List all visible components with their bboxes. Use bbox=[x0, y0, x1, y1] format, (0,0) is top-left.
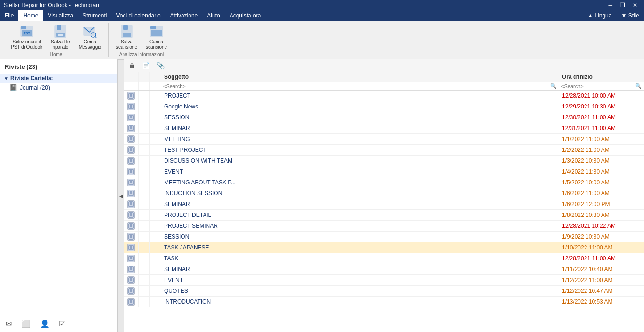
menu-aiuto[interactable]: Aiuto bbox=[202, 10, 224, 21]
title-bar: Stellar Repair for Outlook - Technician … bbox=[0, 0, 644, 10]
main-layout: Riviste (23) ▼ Riviste Cartella: 📓 Journ… bbox=[0, 59, 644, 332]
table-row[interactable]: INTRODUCATION1/13/2022 10:53 AM bbox=[124, 297, 644, 307]
row-attach-cell bbox=[150, 275, 161, 285]
nav-calendar-button[interactable]: ⬜ bbox=[19, 317, 33, 330]
row-subject: SESSION bbox=[161, 232, 559, 242]
row-journal-icon bbox=[127, 298, 135, 306]
row-icon-cell bbox=[124, 101, 139, 112]
footer-nav: ✉ ⬜ 👤 ☑ ··· bbox=[0, 315, 117, 332]
sidebar-item-journal[interactable]: 📓 Journal (20) bbox=[0, 83, 117, 92]
nav-more-button[interactable]: ··· bbox=[73, 318, 83, 330]
row-icon-cell bbox=[124, 112, 139, 123]
search-time-input[interactable] bbox=[561, 83, 635, 89]
restore-button[interactable]: ❒ bbox=[617, 0, 628, 10]
table-row[interactable]: SEMINAR12/31/2021 11:00 AM bbox=[124, 123, 644, 134]
row-journal-icon bbox=[127, 103, 135, 110]
menu-home[interactable]: Home bbox=[18, 10, 43, 21]
table-row[interactable]: PROJECT DETAIL1/8/2022 10:30 AM bbox=[124, 210, 644, 221]
menu-voci-calendario[interactable]: Voci di calendario bbox=[112, 10, 165, 21]
nav-mail-button[interactable]: ✉ bbox=[4, 317, 14, 330]
row-journal-icon bbox=[127, 266, 135, 273]
row-new-cell bbox=[139, 286, 150, 296]
salva-scansione-icon bbox=[119, 24, 134, 39]
table-row[interactable]: TASK12/28/2021 11:00 AM bbox=[124, 253, 644, 264]
table-row[interactable]: QUOTES1/12/2022 10:47 AM bbox=[124, 286, 644, 297]
row-subject: MEETING bbox=[161, 134, 559, 144]
row-start-time: 12/29/2021 10:30 AM bbox=[559, 101, 644, 112]
menu-attivazione[interactable]: Attivazione bbox=[165, 10, 203, 21]
row-journal-icon bbox=[127, 200, 135, 208]
table-row[interactable]: SESSION12/30/2021 11:00 AM bbox=[124, 112, 644, 123]
table-row[interactable]: MEETING1/1/2022 11:00 AM bbox=[124, 134, 644, 145]
row-journal-icon bbox=[127, 233, 135, 241]
nav-tasks-button[interactable]: ☑ bbox=[57, 317, 67, 330]
table-row[interactable]: SESSION1/9/2022 10:30 AM bbox=[124, 232, 644, 242]
table-row[interactable]: SEMINAR1/6/2022 12:00 PM bbox=[124, 199, 644, 210]
row-new-cell bbox=[139, 123, 150, 133]
salva-file-riparato-button[interactable]: Salva fileriparato bbox=[48, 23, 74, 51]
table-row[interactable]: SEMINAR1/11/2022 10:40 AM bbox=[124, 264, 644, 275]
row-start-time: 1/8/2022 10:30 AM bbox=[559, 210, 644, 220]
table-header: Soggetto Ora d'inizio bbox=[124, 72, 644, 82]
row-journal-icon bbox=[127, 244, 135, 251]
menu-strumenti[interactable]: Strumenti bbox=[78, 10, 111, 21]
header-start-time[interactable]: Ora d'inizio bbox=[559, 72, 644, 82]
row-journal-icon bbox=[127, 124, 135, 132]
ribbon-group-home-label: Home bbox=[50, 52, 63, 57]
attach-button[interactable]: 📎 bbox=[154, 60, 167, 71]
sidebar-section-riviste[interactable]: ▼ Riviste Cartella: bbox=[0, 74, 117, 83]
table-row[interactable]: TEST PROJECT1/2/2022 11:00 AM bbox=[124, 145, 644, 156]
table-row[interactable]: PROJECT SEMINAR12/28/2021 10:22 AM bbox=[124, 221, 644, 232]
search-attach-col bbox=[150, 82, 161, 90]
sidebar-collapse-button[interactable]: ◀ bbox=[118, 59, 124, 332]
ribbon-buttons-main: PST Selezionare ilPST di Outlook Salva f… bbox=[8, 23, 105, 51]
table-row[interactable]: TASK JAPANESE1/10/2022 11:00 AM bbox=[124, 242, 644, 253]
table-row[interactable]: MEETING ABOUT TASK P...1/5/2022 10:00 AM bbox=[124, 177, 644, 188]
carica-scansione-button[interactable]: Caricascansione bbox=[142, 23, 170, 51]
row-subject: PROJECT bbox=[161, 91, 559, 101]
table-row[interactable]: DISCUSSION WITH TEAM1/3/2022 10:30 AM bbox=[124, 156, 644, 166]
seleziona-pst-button[interactable]: PST Selezionare ilPST di Outlook bbox=[8, 23, 46, 51]
menu-file[interactable]: File bbox=[0, 10, 18, 21]
menu-visualizza[interactable]: Visualizza bbox=[43, 10, 78, 21]
row-journal-icon bbox=[127, 114, 135, 121]
salva-scansione-label: Salvascansione bbox=[116, 39, 137, 50]
table-row[interactable]: EVENT1/4/2022 11:30 AM bbox=[124, 166, 644, 177]
row-journal-icon bbox=[127, 157, 135, 165]
row-icon-cell bbox=[124, 286, 139, 296]
table-row[interactable]: PROJECT12/28/2021 10:00 AM bbox=[124, 91, 644, 101]
row-new-cell bbox=[139, 264, 150, 274]
header-new-col bbox=[139, 72, 150, 82]
search-subject-input[interactable] bbox=[163, 83, 550, 89]
row-new-cell bbox=[139, 91, 150, 101]
row-journal-icon bbox=[127, 135, 135, 143]
row-subject: SESSION bbox=[161, 112, 559, 123]
row-subject: DISCUSSION WITH TEAM bbox=[161, 156, 559, 166]
nav-people-button[interactable]: 👤 bbox=[38, 317, 51, 330]
delete-button[interactable]: 🗑 bbox=[126, 60, 138, 71]
menu-lingua[interactable]: ▲ Lingua bbox=[583, 10, 616, 21]
close-button[interactable]: ✕ bbox=[630, 0, 640, 10]
row-icon-cell bbox=[124, 210, 139, 220]
svg-rect-1 bbox=[21, 26, 26, 29]
seleziona-pst-icon: PST bbox=[19, 24, 34, 39]
new-button[interactable]: 📄 bbox=[140, 60, 152, 71]
menu-acquista-ora[interactable]: Acquista ora bbox=[225, 10, 266, 21]
table-row[interactable]: EVENT1/12/2022 11:00 AM bbox=[124, 275, 644, 286]
salva-scansione-button[interactable]: Salvascansione bbox=[113, 23, 140, 51]
row-attach-cell bbox=[150, 297, 161, 307]
menu-stile[interactable]: ▼ Stile bbox=[616, 10, 644, 21]
row-start-time: 1/9/2022 10:30 AM bbox=[559, 232, 644, 242]
table-row[interactable]: Google News12/29/2021 10:30 AM bbox=[124, 101, 644, 112]
minimize-button[interactable]: ─ bbox=[605, 0, 615, 10]
row-attach-cell bbox=[150, 210, 161, 220]
svg-text:PST: PST bbox=[24, 32, 30, 35]
row-journal-icon bbox=[127, 146, 135, 154]
row-new-cell bbox=[139, 221, 150, 231]
row-attach-cell bbox=[150, 101, 161, 112]
header-subject[interactable]: Soggetto bbox=[161, 72, 559, 82]
sidebar-item-journal-label: Journal (20) bbox=[20, 84, 50, 91]
row-subject: EVENT bbox=[161, 275, 559, 285]
cerca-messaggio-button[interactable]: CercaMessaggio bbox=[75, 23, 105, 51]
table-row[interactable]: INDUCTION SESSION1/6/2022 11:00 AM bbox=[124, 188, 644, 199]
